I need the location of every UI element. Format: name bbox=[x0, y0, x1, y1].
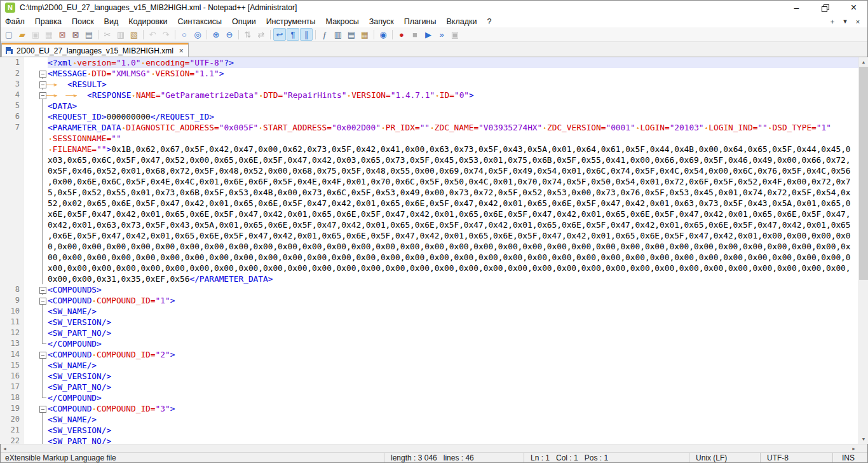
scroll-left-icon[interactable]: ◄ bbox=[0, 446, 10, 451]
token-tag: <SW_PART_NO/> bbox=[48, 328, 111, 338]
document-map-icon[interactable]: ▥ bbox=[332, 28, 344, 41]
minimize-button[interactable]: – bbox=[782, 0, 811, 15]
run-macro-multiple-icon[interactable]: » bbox=[435, 28, 448, 41]
print-icon[interactable]: ▤ bbox=[83, 28, 95, 41]
menu-item-Синтаксисы[interactable]: Синтаксисы bbox=[172, 15, 227, 27]
code-line-7[interactable]: 7<PARAMETER_DATA DIAGNOSTIC_ADDRESS="0x0… bbox=[0, 122, 858, 284]
toolbar-separator bbox=[374, 30, 374, 39]
horizontal-scrollbar[interactable]: ◄ ► bbox=[0, 444, 868, 452]
code-line-3[interactable]: 3→<RESULT> bbox=[0, 79, 858, 90]
play-macro-icon[interactable]: ▶ bbox=[422, 28, 435, 41]
menu-item-Плагины[interactable]: Плагины bbox=[399, 15, 442, 27]
code-line-9[interactable]: 9<COMPOUND COMPOUND_ID="1"> bbox=[0, 295, 858, 306]
vertical-scrollbar-thumb[interactable] bbox=[859, 67, 868, 280]
restore-button[interactable] bbox=[811, 0, 839, 15]
monitoring-icon[interactable]: ◉ bbox=[377, 28, 390, 41]
code-line-16[interactable]: 16<SW_VERSION/> bbox=[0, 371, 858, 382]
line-content: →<RESULT> bbox=[48, 79, 858, 90]
fold-collapse-icon[interactable] bbox=[37, 295, 48, 306]
cut-icon: ✂ bbox=[101, 28, 114, 41]
window-title: C:\tmp\2D00_EU_27_languages_v15_MIB2HIGH… bbox=[20, 3, 782, 12]
function-list-icon[interactable]: ƒ bbox=[318, 28, 331, 41]
code-line-1[interactable]: 1<?xml version="1.0" encoding="UTF-8"?> bbox=[0, 57, 858, 68]
line-content: <SW_NAME/> bbox=[48, 306, 858, 317]
status-eol-format[interactable]: Unix (LF) bbox=[689, 453, 760, 463]
code-line-21[interactable]: 21<SW_VERSION/> bbox=[0, 425, 858, 436]
token-attr: ZDC_NAME= bbox=[435, 123, 478, 132]
token-hex: 0x1B,0x62,0x67,0x5F,0x42,0x47,0x00,0x62,… bbox=[48, 144, 851, 284]
fold-collapse-icon[interactable] bbox=[37, 284, 48, 295]
token-attr: SESSIONNAME= bbox=[53, 134, 111, 143]
code-line-14[interactable]: 14<COMPOUND COMPOUND_ID="2"> bbox=[0, 349, 858, 360]
fold-collapse-icon[interactable] bbox=[37, 349, 48, 360]
code-line-17[interactable]: 17<SW_PART_NO/> bbox=[0, 382, 858, 392]
code-line-20[interactable]: 20<SW_NAME/> bbox=[0, 414, 858, 425]
find-icon[interactable]: ○ bbox=[178, 28, 191, 41]
code-line-19[interactable]: 19<COMPOUND COMPOUND_ID="3"> bbox=[0, 403, 858, 414]
show-all-characters-icon[interactable]: ¶ bbox=[287, 28, 299, 41]
close-tab-button[interactable]: × bbox=[851, 18, 864, 25]
paste-icon[interactable]: ▧ bbox=[128, 28, 140, 41]
menu-item-Опции[interactable]: Опции bbox=[227, 15, 261, 27]
fold-collapse-icon[interactable] bbox=[37, 68, 48, 79]
status-insert-mode[interactable]: INS bbox=[832, 453, 868, 463]
editor: 1<?xml version="1.0" encoding="UTF-8"?>2… bbox=[0, 57, 868, 444]
token-attr: PR_IDX= bbox=[386, 123, 420, 132]
scroll-down-icon[interactable]: ▼ bbox=[859, 434, 868, 444]
tab-close-icon[interactable]: × bbox=[179, 47, 184, 55]
fold-margin bbox=[37, 371, 48, 382]
text-area[interactable]: 1<?xml version="1.0" encoding="UTF-8"?>2… bbox=[0, 57, 858, 444]
menu-item-Запуск[interactable]: Запуск bbox=[364, 15, 399, 27]
zoom-out-icon[interactable]: ⊖ bbox=[223, 28, 236, 41]
code-line-4[interactable]: 4→→<RESPONSE NAME="GetParametrizeData" D… bbox=[0, 90, 858, 100]
code-line-6[interactable]: 6<REQUEST_ID>000000000</REQUEST_ID> bbox=[0, 111, 858, 122]
code-line-11[interactable]: 11<SW_VERSION/> bbox=[0, 317, 858, 328]
menu-item-?[interactable]: ? bbox=[482, 15, 496, 27]
tab-active[interactable]: 2D00_EU_27_languages_v15_MIB2HIGH.xml × bbox=[1, 43, 189, 57]
token-val: "0" bbox=[454, 90, 469, 100]
menu-item-Поиск[interactable]: Поиск bbox=[67, 15, 99, 27]
code-line-2[interactable]: 2<MESSAGE DTD="XMLMSG" VERSION="1.1"> bbox=[0, 68, 858, 79]
menu-item-Макросы[interactable]: Макросы bbox=[321, 15, 364, 27]
record-macro-icon[interactable]: ● bbox=[395, 28, 408, 41]
code-line-13[interactable]: 13</COMPOUND> bbox=[0, 338, 858, 349]
token-tag: <COMPOUNDS> bbox=[48, 285, 102, 294]
word-wrap-icon[interactable]: ↩ bbox=[273, 28, 286, 41]
code-line-22[interactable]: 22<SW_PART_NO/> bbox=[0, 436, 858, 444]
open-file-icon[interactable]: ▰ bbox=[16, 28, 29, 41]
close-all-icon[interactable]: ⊠ bbox=[69, 28, 82, 41]
indent-guide-icon[interactable]: ∥ bbox=[300, 28, 313, 41]
menu-right-buttons: +▾× bbox=[826, 15, 868, 27]
status-encoding[interactable]: UTF-8 bbox=[760, 453, 832, 463]
fold-margin bbox=[37, 360, 48, 371]
vertical-scrollbar[interactable]: ▲ ▼ bbox=[858, 57, 868, 444]
token-attr: COMPOUND_ID= bbox=[97, 296, 155, 305]
zoom-in-icon[interactable]: ⊕ bbox=[210, 28, 222, 41]
menu-item-Кодировки[interactable]: Кодировки bbox=[123, 15, 172, 27]
code-line-5[interactable]: 5<DATA> bbox=[0, 100, 858, 111]
menu-item-Вкладки[interactable]: Вкладки bbox=[441, 15, 482, 27]
fold-margin bbox=[37, 382, 48, 392]
token-tag: <SW_VERSION/> bbox=[48, 371, 111, 381]
plus-button[interactable]: + bbox=[826, 18, 839, 25]
close-file-icon[interactable]: ⊠ bbox=[56, 28, 69, 41]
code-line-12[interactable]: 12<SW_PART_NO/> bbox=[0, 328, 858, 338]
menu-item-Правка[interactable]: Правка bbox=[30, 15, 67, 27]
fold-collapse-icon[interactable] bbox=[37, 403, 48, 414]
code-line-8[interactable]: 8<COMPOUNDS> bbox=[0, 284, 858, 295]
close-button[interactable]: × bbox=[839, 0, 868, 15]
scroll-up-icon[interactable]: ▲ bbox=[859, 57, 868, 67]
new-file-icon[interactable]: ▢ bbox=[3, 28, 15, 41]
code-line-18[interactable]: 18</COMPOUND> bbox=[0, 392, 858, 403]
code-line-15[interactable]: 15<SW_NAME/> bbox=[0, 360, 858, 371]
menu-item-Файл[interactable]: Файл bbox=[0, 15, 30, 27]
code-line-10[interactable]: 10<SW_NAME/> bbox=[0, 306, 858, 317]
line-content: <SW_VERSION/> bbox=[48, 371, 858, 382]
scroll-right-icon[interactable]: ► bbox=[849, 446, 858, 451]
folder-as-workspace-icon[interactable]: ▦ bbox=[358, 28, 371, 41]
menu-item-Инструменты[interactable]: Инструменты bbox=[261, 15, 321, 27]
replace-icon[interactable]: ◎ bbox=[191, 28, 204, 41]
menu-item-Вид[interactable]: Вид bbox=[99, 15, 124, 27]
tab-dropdown-button[interactable]: ▾ bbox=[839, 17, 851, 25]
document-list-icon[interactable]: ▤ bbox=[345, 28, 358, 41]
